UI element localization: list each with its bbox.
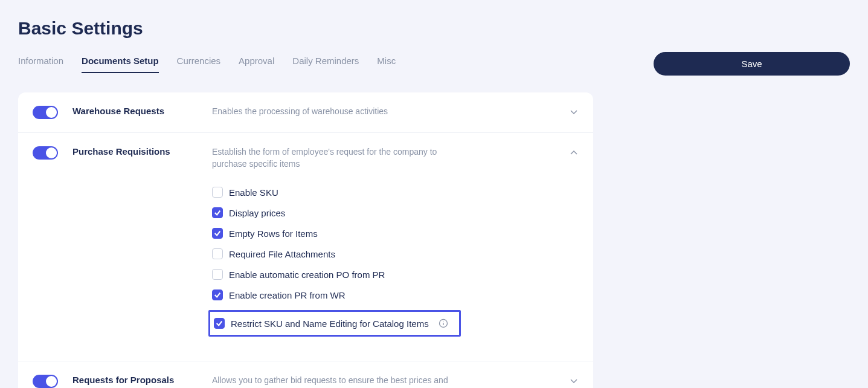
toggle-purchase-requisitions[interactable] xyxy=(33,146,58,160)
settings-panel: Warehouse Requests Enables the processin… xyxy=(18,92,593,388)
chevron-down-icon[interactable] xyxy=(569,376,579,388)
option-enable-sku: Enable SKU xyxy=(212,187,579,198)
option-label: Required File Attachments xyxy=(229,249,335,259)
section-description: Establish the form of employee's request… xyxy=(212,146,466,170)
option-empty-rows: Empty Rows for Items xyxy=(212,228,579,239)
option-restrict-sku-name: Restrict SKU and Name Editing for Catalo… xyxy=(214,318,448,329)
options-list: Enable SKU Display prices Empty Rows for… xyxy=(212,187,579,337)
section-purchase-requisitions: Purchase Requisitions Establish the form… xyxy=(18,133,593,361)
option-pr-from-wr: Enable creation PR from WR xyxy=(212,289,579,300)
section-requests-for-proposals: Requests for Proposals Allows you to gat… xyxy=(18,361,593,388)
section-warehouse-requests: Warehouse Requests Enables the processin… xyxy=(18,92,593,133)
page-title: Basic Settings xyxy=(18,18,850,39)
tabs: Information Documents Setup Currencies A… xyxy=(18,56,396,73)
toggle-warehouse-requests[interactable] xyxy=(33,106,58,119)
save-button[interactable]: Save xyxy=(654,52,850,76)
checkbox-display-prices[interactable] xyxy=(212,207,223,218)
tab-documents-setup[interactable]: Documents Setup xyxy=(82,56,159,73)
option-auto-po-from-pr: Enable automatic creation PO from PR xyxy=(212,269,579,280)
tab-approval[interactable]: Approval xyxy=(239,56,274,73)
section-description: Allows you to gather bid requests to ens… xyxy=(212,375,466,388)
section-title: Requests for Proposals xyxy=(58,375,212,385)
tab-information[interactable]: Information xyxy=(18,56,63,73)
option-label: Display prices xyxy=(229,208,285,218)
tab-currencies[interactable]: Currencies xyxy=(177,56,221,73)
checkbox-restrict-sku-name[interactable] xyxy=(214,318,225,329)
option-label: Enable creation PR from WR xyxy=(229,290,346,300)
checkbox-empty-rows[interactable] xyxy=(212,228,223,239)
toggle-requests-for-proposals[interactable] xyxy=(33,375,58,388)
section-description: Enables the processing of warehouse acti… xyxy=(212,106,388,118)
tab-daily-reminders[interactable]: Daily Reminders xyxy=(292,56,359,73)
option-label: Enable automatic creation PO from PR xyxy=(229,270,385,280)
checkbox-auto-po-from-pr[interactable] xyxy=(212,269,223,280)
svg-point-2 xyxy=(443,321,443,322)
option-label: Empty Rows for Items xyxy=(229,228,318,239)
chevron-up-icon[interactable] xyxy=(569,147,579,160)
checkbox-pr-from-wr[interactable] xyxy=(212,289,223,300)
section-title: Warehouse Requests xyxy=(58,106,212,116)
tab-misc[interactable]: Misc xyxy=(377,56,396,73)
highlighted-option: Restrict SKU and Name Editing for Catalo… xyxy=(208,310,461,337)
section-title: Purchase Requisitions xyxy=(58,146,212,157)
option-display-prices: Display prices xyxy=(212,207,579,218)
option-label: Enable SKU xyxy=(229,187,278,198)
checkbox-enable-sku[interactable] xyxy=(212,187,223,198)
chevron-down-icon[interactable] xyxy=(569,107,579,119)
option-label: Restrict SKU and Name Editing for Catalo… xyxy=(231,318,429,329)
option-required-attachments: Required File Attachments xyxy=(212,248,579,259)
info-icon[interactable] xyxy=(439,318,448,328)
checkbox-required-attachments[interactable] xyxy=(212,248,223,259)
